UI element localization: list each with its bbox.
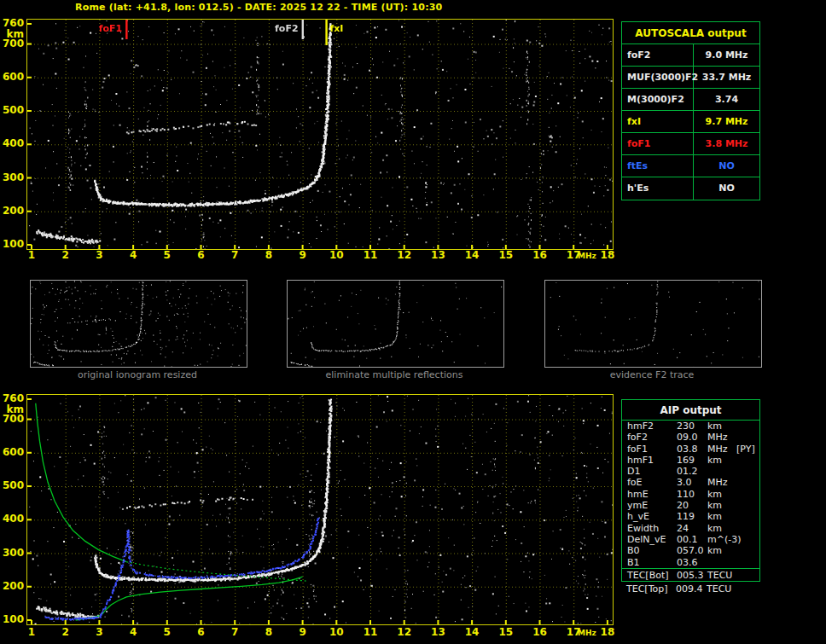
aip-row: hmE110km [622,489,759,500]
x-tick-label: 9 [292,249,314,261]
x-tick-label: 8 [258,249,280,261]
param-extra [736,523,759,534]
tec-top-row: TEC[Top]009.4TECU [621,583,760,595]
x-tick-label: 6 [190,249,212,261]
param-value: 9.7 MHz [694,111,759,132]
param-extra [736,489,759,500]
x-tick-label: 2 [55,249,77,261]
x-tick-label: 11 [359,626,381,638]
x-tick-label: 8 [258,626,280,638]
y-tick-label: 760 [1,17,24,29]
autoscala-output-title: AUTOSCALA output [622,22,759,44]
param-label: foF1 [622,133,694,154]
param-value: NO [694,177,759,200]
y-tick-label: 600 [1,446,24,458]
param-value: 01.2 [677,466,707,477]
autoscala-row: ftEsNO [622,155,759,177]
param-extra [736,557,759,568]
param-extra [736,421,759,432]
window-title: Rome (lat: +41.8, lon: 012.5) - DATE: 20… [75,2,442,13]
param-label: TEC[Top] [621,583,676,595]
param-value: 03.6 [677,557,707,568]
param-label: foE [622,477,677,488]
x-tick-label: 11 [359,249,381,261]
param-extra [736,511,759,522]
param-label: hmF1 [622,455,677,466]
aip-row: B103.6 [622,557,759,568]
param-unit: km [707,511,736,522]
x-tick-label: 3 [88,249,110,261]
autoscala-row: foF29.0 MHz [622,44,759,67]
scaled-ionogram-plot [26,19,614,250]
param-unit: km [707,545,736,556]
y-tick-label: 100 [1,613,24,625]
param-label: D1 [622,466,677,477]
param-label: DelN_vE [622,534,677,545]
param-unit [707,466,736,477]
param-label: foF2 [622,44,694,66]
thumbnail-caption: eliminate multiple reflections [292,369,497,380]
aip-row: h_vE119km [622,511,759,522]
param-label: fxI [622,111,694,132]
param-value: 20 [677,500,707,511]
y-tick-label: 300 [1,171,24,183]
x-tick-label: 1 [20,249,43,261]
param-label: ymE [622,500,677,511]
x-tick-label: 7 [224,626,246,638]
autoscala-row: h'EsNO [622,177,759,200]
y-axis-unit: km [1,403,24,415]
param-unit: MHz [707,432,736,443]
autoscala-row: M(3000)F23.74 [622,89,759,111]
param-value: 110 [677,489,707,500]
tec-bottom-row: TEC[Bot]005.3TECU [622,568,759,581]
param-label: B1 [622,557,677,568]
param-unit: km [707,421,736,432]
autoscala-row: fxI9.7 MHz [622,111,759,133]
param-value: 03.8 [677,444,707,455]
param-label: hmF2 [622,421,677,432]
x-tick-label: 3 [88,626,110,638]
x-tick-label: 12 [393,626,416,638]
aip-row: DelN_vE00.1m^(-3) [622,534,759,545]
param-value: 9.0 MHz [694,44,759,66]
x-tick-label: 1 [20,626,43,638]
autoscala-window: Rome (lat: +41.8, lon: 012.5) - DATE: 20… [0,0,826,644]
x-tick-label: 13 [427,249,449,261]
param-label: hmE [622,489,677,500]
x-tick-label: 18 [596,626,619,638]
param-label: M(3000)F2 [622,89,694,110]
x-tick-label: 13 [427,626,449,638]
param-value: 24 [677,523,707,534]
aip-row: D101.2 [622,466,759,477]
thumbnail-caption: original ionogram resized [35,369,240,380]
x-tick-label: 12 [393,249,416,261]
param-value: 057.0 [677,545,707,556]
param-value: 230 [677,421,707,432]
aip-row: foE3.0MHz [622,477,759,488]
param-value: NO [694,155,759,177]
aip-output-panel: AIP output hmF2230kmfoF209.0MHzfoF103.8M… [621,399,760,582]
y-tick-label: 300 [1,547,24,559]
param-unit: km [707,523,736,534]
param-label: Ewidth [622,523,677,534]
x-tick-label: 9 [292,626,314,638]
param-unit: MHz [707,477,736,488]
param-label: ftEs [622,155,694,177]
thumbnail-caption: evidence F2 trace [550,369,754,380]
param-extra [736,500,759,511]
aip-row: foF209.0MHz [622,432,759,443]
x-tick-label: 15 [495,249,517,261]
param-unit: TECU [707,583,736,595]
param-extra [736,477,759,488]
param-label: MUF(3000)F2 [622,67,694,88]
param-value: 09.0 [677,432,707,443]
param-label: TEC[Bot] [622,569,677,581]
param-unit [707,557,736,568]
param-unit: MHz [707,444,736,455]
x-axis-unit: MHz [578,252,596,260]
param-label: h_vE [622,511,677,522]
x-tick-label: 16 [529,626,551,638]
x-tick-label: 10 [325,626,347,638]
y-tick-label: 200 [1,205,24,217]
y-tick-label: 760 [1,392,24,404]
